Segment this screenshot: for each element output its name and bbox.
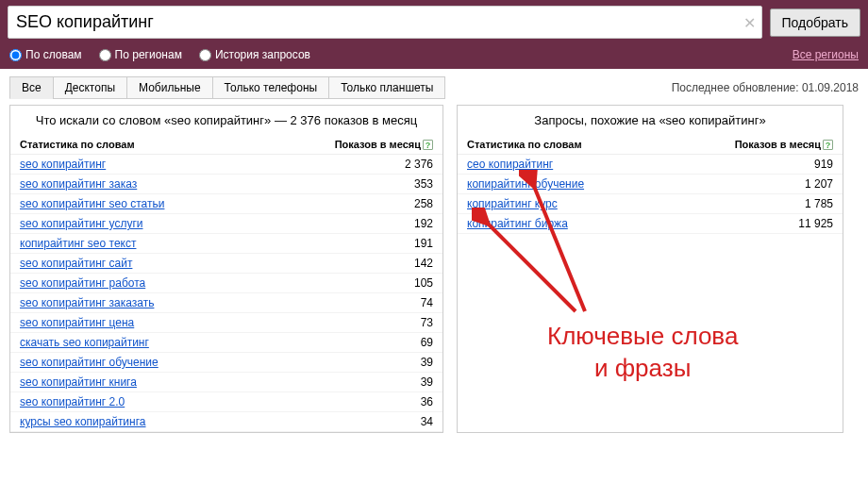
table-row: сео копирайтинг919: [458, 155, 843, 175]
col-stats: Статистика по словам: [20, 139, 335, 150]
col-impressions-label: Показов в месяц: [335, 139, 421, 150]
radio-by-words[interactable]: По словам: [9, 48, 82, 61]
left-panel: Что искали со словом «seo копирайтинг» —…: [9, 105, 443, 433]
right-panel: Запросы, похожие на «seo копирайтинг» Ст…: [457, 105, 843, 433]
radio-by-words-input[interactable]: [9, 49, 22, 61]
help-icon[interactable]: ?: [823, 140, 833, 150]
query-link[interactable]: seo копирайтинг работа: [20, 276, 376, 290]
impressions-value: 105: [376, 276, 433, 290]
impressions-value: 74: [376, 296, 433, 309]
radio-by-regions[interactable]: По регионам: [99, 48, 182, 61]
tab-all[interactable]: Все: [9, 76, 54, 99]
all-regions-link[interactable]: Все регионы: [793, 48, 859, 61]
tab-mobile[interactable]: Мобильные: [126, 76, 213, 99]
impressions-value: 353: [376, 177, 433, 191]
radio-history-input[interactable]: [199, 49, 211, 61]
radio-label: По словам: [25, 48, 82, 61]
query-link[interactable]: копирайтинг обучение: [467, 177, 776, 191]
col-impressions: Показов в месяц?: [335, 139, 433, 150]
right-table-header: Статистика по словам Показов в месяц?: [458, 135, 843, 155]
table-row: копирайтинг биржа11 925: [458, 214, 843, 234]
tab-tablets[interactable]: Только планшеты: [328, 76, 445, 99]
submit-button[interactable]: Подобрать: [770, 8, 861, 37]
filter-bar: По словам По регионам История запросов В…: [0, 44, 868, 69]
query-link[interactable]: курсы seo копирайтинга: [20, 415, 376, 428]
impressions-value: 919: [776, 158, 833, 171]
impressions-value: 73: [376, 316, 433, 329]
impressions-value: 191: [376, 237, 433, 250]
radio-history[interactable]: История запросов: [199, 48, 310, 61]
left-rows: seo копирайтинг2 376seo копирайтинг зака…: [10, 155, 442, 432]
query-link[interactable]: seo копирайтинг: [20, 158, 376, 171]
table-row: seo копирайтинг сайт142: [10, 254, 442, 274]
update-info: Последнее обновление: 01.09.2018: [672, 81, 859, 94]
table-row: курсы seo копирайтинга34: [10, 412, 442, 432]
impressions-value: 192: [376, 217, 433, 230]
search-input-wrap: ✕: [8, 6, 762, 39]
query-link[interactable]: seo копирайтинг цена: [20, 316, 376, 329]
table-row: seo копирайтинг обучение39: [10, 353, 442, 373]
query-link[interactable]: копирайтинг биржа: [467, 217, 776, 230]
left-panel-title: Что искали со словом «seo копирайтинг» —…: [10, 106, 442, 135]
query-link[interactable]: seo копирайтинг заказ: [20, 177, 376, 191]
table-row: скачать seo копирайтинг69: [10, 333, 442, 353]
table-row: seo копирайтинг seo статьи258: [10, 194, 442, 214]
impressions-value: 39: [376, 356, 433, 369]
tabs-row: Все Десктопы Мобильные Только телефоны Т…: [0, 69, 868, 105]
query-link[interactable]: seo копирайтинг seo статьи: [20, 197, 376, 210]
query-link[interactable]: seo копирайтинг услуги: [20, 217, 376, 230]
table-row: seo копирайтинг работа105: [10, 274, 442, 293]
table-row: seo копирайтинг заказ353: [10, 175, 442, 194]
impressions-value: 258: [376, 197, 433, 210]
radio-label: По регионам: [115, 48, 182, 61]
query-link[interactable]: seo копирайтинг обучение: [20, 356, 376, 369]
right-panel-title: Запросы, похожие на «seo копирайтинг»: [458, 106, 843, 135]
table-row: копирайтинг обучение1 207: [458, 175, 843, 194]
impressions-value: 1 785: [776, 197, 833, 210]
tab-desktops[interactable]: Десктопы: [53, 76, 127, 99]
table-row: копирайтинг seo текст191: [10, 234, 442, 254]
table-row: копирайтинг курс1 785: [458, 194, 843, 214]
radio-by-regions-input[interactable]: [99, 49, 111, 61]
col-impressions: Показов в месяц?: [735, 139, 833, 150]
search-input[interactable]: [8, 7, 761, 38]
radio-group: По словам По регионам История запросов: [9, 48, 310, 61]
impressions-value: 142: [376, 257, 433, 270]
col-stats: Статистика по словам: [467, 139, 735, 150]
query-link[interactable]: seo копирайтинг 2.0: [20, 395, 376, 408]
query-link[interactable]: seo копирайтинг книга: [20, 375, 376, 389]
table-row: seo копирайтинг цена73: [10, 313, 442, 333]
query-link[interactable]: скачать seo копирайтинг: [20, 336, 376, 349]
table-row: seo копирайтинг 2.036: [10, 392, 442, 412]
query-link[interactable]: seo копирайтинг сайт: [20, 257, 376, 270]
impressions-value: 34: [376, 415, 433, 428]
table-row: seo копирайтинг книга39: [10, 373, 442, 392]
table-row: seo копирайтинг2 376: [10, 155, 442, 175]
query-link[interactable]: копирайтинг seo текст: [20, 237, 376, 250]
col-impressions-label: Показов в месяц: [735, 139, 821, 150]
query-link[interactable]: seo копирайтинг заказать: [20, 296, 376, 309]
radio-label: История запросов: [215, 48, 310, 61]
help-icon[interactable]: ?: [423, 140, 433, 150]
search-bar: ✕ Подобрать: [0, 0, 868, 44]
table-row: seo копирайтинг услуги192: [10, 214, 442, 234]
panels: Что искали со словом «seo копирайтинг» —…: [0, 105, 868, 433]
query-link[interactable]: копирайтинг курс: [467, 197, 776, 210]
impressions-value: 36: [376, 395, 433, 408]
clear-icon[interactable]: ✕: [743, 13, 756, 31]
impressions-value: 39: [376, 375, 433, 389]
impressions-value: 2 376: [376, 158, 433, 171]
left-table-header: Статистика по словам Показов в месяц?: [10, 135, 442, 155]
tab-phones[interactable]: Только телефоны: [212, 76, 330, 99]
impressions-value: 1 207: [776, 177, 833, 191]
right-rows: сео копирайтинг919копирайтинг обучение1 …: [458, 155, 843, 234]
impressions-value: 11 925: [776, 217, 833, 230]
impressions-value: 69: [376, 336, 433, 349]
table-row: seo копирайтинг заказать74: [10, 293, 442, 313]
query-link[interactable]: сео копирайтинг: [467, 158, 776, 171]
